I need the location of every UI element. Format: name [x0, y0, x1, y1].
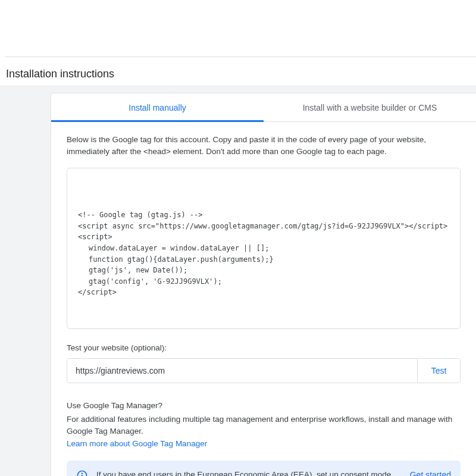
test-label: Test your website (optional):	[67, 343, 461, 352]
tab-label: Install with a website builder or CMS	[303, 103, 437, 112]
tab-label: Install manually	[129, 103, 186, 112]
banner-get-started-link[interactable]: Get started	[410, 469, 451, 476]
test-button-label: Test	[431, 366, 447, 375]
gtm-heading: Use Google Tag Manager?	[67, 401, 461, 410]
tab-install-cms[interactable]: Install with a website builder or CMS	[264, 93, 476, 121]
svg-point-4	[82, 473, 83, 474]
tab-content: Below is the Google tag for this account…	[51, 122, 476, 476]
gtm-body: For additional features including multip…	[67, 414, 461, 450]
test-row: Test	[67, 358, 461, 383]
consent-banner: If you have end users in the European Ec…	[67, 461, 461, 476]
page-title: Installation instructions	[6, 68, 114, 80]
code-snippet: <!-- Google tag (gtag.js) --> <script as…	[67, 168, 461, 330]
code-text: <!-- Google tag (gtag.js) --> <script as…	[78, 209, 434, 298]
test-url-input[interactable]	[67, 359, 417, 383]
banner-action-label: Get started	[410, 470, 451, 476]
divider	[5, 57, 476, 57]
gtm-learn-more-link[interactable]: Learn more about Google Tag Manager	[67, 439, 207, 448]
tabs: Install manually Install with a website …	[51, 93, 476, 122]
banner-text: If you have end users in the European Ec…	[96, 469, 402, 476]
copy-icon[interactable]	[441, 174, 454, 187]
test-button[interactable]: Test	[417, 359, 460, 383]
tab-install-manually[interactable]: Install manually	[51, 93, 264, 121]
intro-text: Below is the Google tag for this account…	[67, 134, 461, 158]
gtm-body-text: For additional features including multip…	[67, 415, 452, 436]
content-card: Install manually Install with a website …	[51, 93, 476, 476]
info-icon	[76, 469, 88, 476]
